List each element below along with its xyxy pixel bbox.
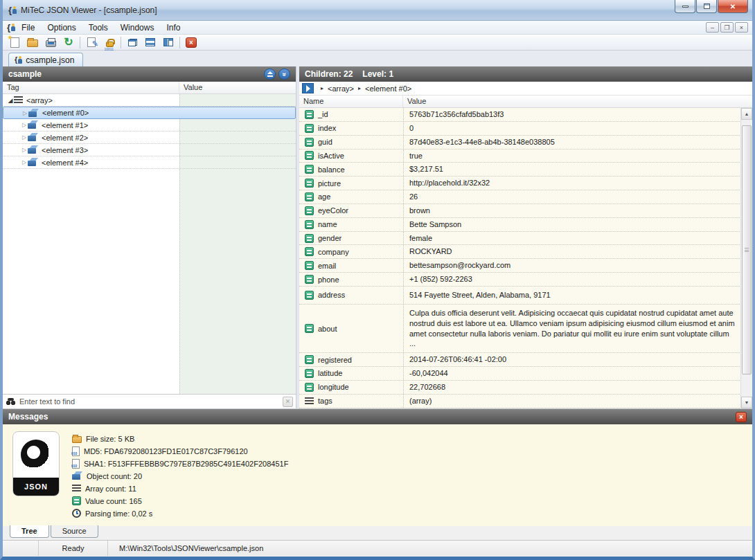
- row-type-icon: [305, 220, 314, 229]
- hash-button[interactable]: [100, 35, 118, 50]
- stat-icon: [72, 459, 80, 469]
- table-row[interactable]: email bettesampson@rockyard.com: [299, 259, 752, 273]
- print-button[interactable]: [42, 35, 60, 50]
- row-value: female: [403, 232, 752, 245]
- tree-row[interactable]: ▷ <element #2>: [3, 132, 296, 144]
- tree-expand-arrow[interactable]: ▷: [21, 159, 28, 165]
- table-row[interactable]: latitude -60,042044: [299, 367, 752, 381]
- clear-search-button[interactable]: ✕: [283, 397, 293, 407]
- view-tab[interactable]: Source: [51, 525, 98, 538]
- table-row[interactable]: _id 5763b71c356cfafd5bab13f3: [299, 108, 752, 122]
- view-tab[interactable]: Tree: [10, 525, 49, 538]
- toolbar-separator: [80, 37, 80, 48]
- breadcrumb-root-icon[interactable]: [302, 83, 314, 93]
- tile-horizontal-button[interactable]: [141, 35, 159, 50]
- row-type-icon: [305, 261, 314, 270]
- scroll-down-button[interactable]: ▼: [741, 397, 752, 408]
- breadcrumb-item[interactable]: <element #0>: [365, 84, 411, 93]
- table-row[interactable]: phone +1 (852) 592-2263: [299, 273, 752, 287]
- messages-close-button[interactable]: ×: [736, 412, 747, 422]
- stat-text: Object count: 20: [87, 472, 142, 480]
- tree-row[interactable]: ▷ <element #1>: [3, 119, 296, 132]
- minimize-button[interactable]: [675, 0, 695, 13]
- menu-item[interactable]: File: [15, 22, 41, 33]
- edit-source-button[interactable]: [82, 35, 100, 50]
- table-row[interactable]: isActive true: [299, 150, 752, 163]
- maximize-button[interactable]: [696, 0, 717, 13]
- tree-row[interactable]: ▷ <element #3>: [3, 144, 296, 156]
- mdi-restore-button[interactable]: ❐: [720, 22, 734, 33]
- tree-row[interactable]: ▷ <element #4>: [3, 156, 296, 169]
- scrollbar-thumb[interactable]: [742, 125, 752, 374]
- table-row[interactable]: gender female: [299, 232, 752, 246]
- value-column-header[interactable]: Value: [179, 82, 296, 93]
- tree-expand-arrow[interactable]: ▷: [21, 147, 28, 153]
- table-row[interactable]: about Culpa duis officia deserunt velit.…: [299, 305, 752, 353]
- row-name: tags: [318, 397, 332, 405]
- edit-icon: [87, 37, 96, 47]
- row-type-icon: [305, 151, 314, 160]
- breadcrumb: ▸ <array> ▸ <element #0>: [299, 82, 752, 96]
- table-row[interactable]: company ROCKYARD: [299, 245, 752, 259]
- app-window: { MiTeC JSON Viewer - [csample.json] ✕ {…: [0, 0, 755, 560]
- table-row[interactable]: registered 2014-07-26T06:46:41 -02:00: [299, 353, 752, 367]
- scrollbar-track[interactable]: [741, 120, 752, 397]
- menu-item[interactable]: Options: [41, 22, 82, 33]
- stat-text: MD5: FDA6792080123FD1E017C87C3F796120: [84, 447, 248, 455]
- document-tab[interactable]: { csample.json: [8, 53, 83, 66]
- tree-row[interactable]: ◢ <array>: [3, 94, 296, 107]
- row-name: _id: [318, 110, 328, 118]
- row-name: email: [318, 262, 336, 270]
- tile-vertical-button[interactable]: [159, 35, 177, 50]
- open-file-button[interactable]: [24, 35, 42, 50]
- table-row[interactable]: name Bette Sampson: [299, 218, 752, 232]
- table-row[interactable]: picture http://placehold.it/32x32: [299, 177, 752, 190]
- messages-title: Messages: [8, 412, 48, 422]
- menu-item[interactable]: Windows: [114, 22, 161, 33]
- row-type-icon: [305, 179, 314, 188]
- expand-all-button[interactable]: »: [278, 69, 290, 80]
- tree-expand-arrow[interactable]: ▷: [21, 122, 28, 128]
- tree-expand-arrow[interactable]: ◢: [7, 97, 14, 104]
- table-row[interactable]: longitude 22,702668: [299, 381, 752, 395]
- document-tab-strip: { csample.json: [3, 51, 752, 66]
- refresh-button[interactable]: ↻: [60, 35, 78, 50]
- row-value: $3,217.51: [403, 163, 752, 176]
- row-type-icon: [305, 192, 314, 201]
- menu-items: FileOptionsToolsWindowsInfo: [15, 22, 186, 33]
- table-row[interactable]: eyeColor brown: [299, 204, 752, 218]
- tree-node-label: <array>: [26, 96, 53, 105]
- name-column-header[interactable]: Name: [299, 96, 403, 107]
- search-input[interactable]: [19, 397, 283, 406]
- table-row[interactable]: balance $3,217.51: [299, 163, 752, 177]
- json-logo: JSON: [12, 431, 60, 496]
- vertical-scrollbar[interactable]: ▲ ▼: [740, 108, 752, 408]
- table-row[interactable]: index 0: [299, 122, 752, 136]
- tag-column-header[interactable]: Tag: [3, 82, 179, 93]
- menu-item[interactable]: Info: [160, 22, 186, 33]
- row-name: picture: [318, 179, 341, 188]
- table-row[interactable]: tags (array): [299, 395, 752, 408]
- mdi-close-button[interactable]: ×: [735, 22, 748, 33]
- close-document-button[interactable]: ×: [182, 35, 200, 50]
- table-row[interactable]: age 26: [299, 190, 752, 204]
- menu-item[interactable]: Tools: [82, 22, 114, 33]
- tree-row[interactable]: ▷ <element #0>: [3, 107, 296, 119]
- mdi-minimize-button[interactable]: –: [706, 22, 719, 33]
- new-file-button[interactable]: [6, 35, 24, 50]
- table-row[interactable]: address 514 Fayette Street, Alden, Alaba…: [299, 287, 752, 305]
- breadcrumb-item[interactable]: <array>: [328, 84, 354, 93]
- cascade-windows-button[interactable]: [123, 35, 141, 50]
- table-row[interactable]: guid 87d40e83-e1c3-44e8-ab4b-38148e03880…: [299, 136, 752, 150]
- row-value: brown: [403, 204, 752, 217]
- row-type-icon: [305, 247, 314, 256]
- scroll-up-button[interactable]: ▲: [741, 108, 752, 120]
- collapse-all-button[interactable]: [264, 69, 276, 80]
- tree-expand-arrow[interactable]: ▷: [21, 134, 28, 141]
- tree-expand-arrow[interactable]: ▷: [21, 110, 28, 116]
- tree-node-icon: [28, 120, 38, 129]
- value-column-header-right[interactable]: Value: [403, 96, 752, 107]
- row-value: 26: [403, 190, 752, 204]
- close-button[interactable]: ✕: [718, 0, 748, 13]
- row-value: 5763b71c356cfafd5bab13f3: [403, 108, 752, 121]
